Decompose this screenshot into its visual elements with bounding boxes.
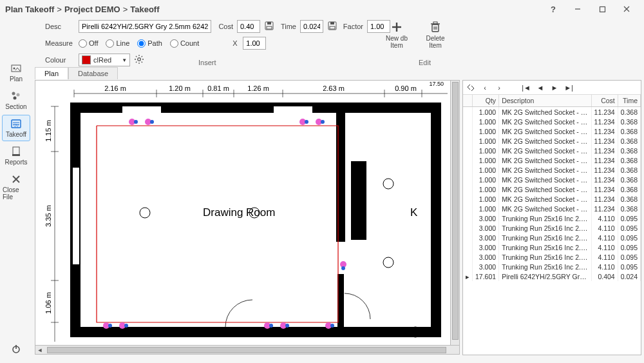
table-row[interactable]: 1.000MK 2G Switched Socket - Surface11.2… (463, 117, 641, 126)
svg-point-60 (134, 120, 138, 124)
colour-select[interactable]: clRed ▼ (79, 54, 130, 66)
time-label: Time (278, 23, 296, 30)
measure-count-radio[interactable]: Count (170, 39, 199, 48)
nav-first-icon[interactable]: |◄ (521, 83, 531, 93)
nav-last-icon[interactable]: ►| (564, 83, 574, 93)
factor-label: Factor (341, 23, 363, 30)
floorplan-canvas[interactable]: 2.16 m 1.20 m 0.81 m 1.26 m 2.63 m 0.90 … (35, 80, 460, 355)
dim-top-1: 1.20 m (169, 84, 191, 92)
svg-point-68 (341, 266, 345, 270)
takeoff-grid[interactable]: Qty Descripton Cost Time 1.000MK 2G Swit… (463, 95, 641, 355)
svg-point-22 (17, 93, 20, 97)
measure-off-radio[interactable]: Off (79, 39, 98, 48)
table-row[interactable]: 1.000MK 2G Switched Socket - Surface11.2… (463, 184, 641, 194)
cost-input[interactable] (237, 20, 260, 33)
table-row[interactable]: 1.000MK 2G Switched Socket - Surface11.2… (463, 126, 641, 136)
table-row[interactable]: 1.000MK 2G Switched Socket - Surface11.2… (463, 175, 641, 184)
close-button[interactable] (614, 0, 639, 18)
save-time-icon[interactable] (327, 21, 337, 32)
table-row[interactable]: 1.000MK 2G Switched Socket - Surface11.2… (463, 146, 641, 155)
table-row[interactable]: 3.000Trunking Run 25x16 Inc 2.5 Cable4.1… (463, 213, 641, 223)
breadcrumb-3: Takeoff (130, 5, 159, 14)
svg-point-57 (383, 257, 393, 268)
table-row[interactable]: 3.000Trunking Run 25x16 Inc 2.5 Cable4.1… (463, 223, 641, 233)
svg-point-72 (124, 324, 128, 328)
svg-point-23 (14, 97, 17, 100)
vertical-scrollbar[interactable] (450, 81, 459, 345)
dim-top-3: 1.26 m (247, 84, 269, 92)
table-row[interactable]: 1.000MK 2G Switched Socket - Surface11.2… (463, 204, 641, 213)
svg-rect-9 (330, 26, 335, 29)
collapse-icon[interactable] (466, 83, 476, 93)
svg-point-56 (383, 179, 393, 189)
svg-rect-51 (122, 106, 161, 113)
col-time[interactable]: Time (618, 95, 640, 107)
nav-next-icon[interactable]: › (494, 83, 504, 93)
grid-nav-row: ‹ › |◄ ◄ ► ►| (463, 81, 641, 95)
measure-path-radio[interactable]: Path (137, 39, 162, 48)
svg-rect-19 (12, 65, 21, 72)
time-input[interactable] (300, 20, 323, 33)
svg-rect-47 (75, 108, 436, 332)
svg-point-62 (150, 120, 154, 124)
table-row[interactable]: 3.000Trunking Run 25x16 Inc 2.5 Cable4.1… (463, 242, 641, 252)
desc-label: Desc (45, 23, 75, 30)
desc-input[interactable] (79, 20, 211, 33)
table-row[interactable]: 1.000MK 2G Switched Socket - Surface11.2… (463, 155, 641, 165)
measure-path-label: Path (147, 39, 162, 47)
sidebar-item-close-file[interactable]: Close File (2, 170, 30, 204)
toolbar-row-1: Desc Cost Time Factor (0, 18, 644, 35)
save-cost-icon[interactable] (264, 21, 274, 32)
svg-point-70 (108, 324, 112, 328)
nav-fwd-icon[interactable]: ► (549, 83, 560, 93)
svg-text:Qty: Qty (14, 123, 19, 127)
sidebar-plan-label: Plan (10, 75, 23, 83)
sidebar-item-takeoff[interactable]: Qty Takeoff (2, 115, 30, 141)
col-qty[interactable]: Qty (473, 95, 499, 107)
breadcrumb-sep: > (57, 5, 62, 14)
col-cost[interactable]: Cost (591, 95, 618, 107)
tab-plan[interactable]: Plan (35, 67, 68, 79)
table-row[interactable]: 1.000MK 2G Switched Socket - Surface11.2… (463, 136, 641, 146)
chevron-down-icon: ▼ (122, 57, 127, 63)
table-row[interactable]: 3.000Trunking Run 25x16 Inc 2.5 Cable4.1… (463, 262, 641, 271)
minimize-button[interactable] (565, 0, 590, 18)
dim-top-2: 0.81 m (207, 84, 229, 92)
toolbar-row-2: Measure Off Line Path Count X (0, 35, 644, 52)
horizontal-scrollbar[interactable]: ◄ (35, 345, 459, 354)
sidebar-item-plan[interactable]: Plan (2, 59, 30, 86)
table-row[interactable]: 1.000MK 2G Switched Socket - Surface11.2… (463, 165, 641, 175)
measure-label: Measure (45, 39, 75, 47)
nav-back-icon[interactable]: ◄ (535, 83, 545, 93)
table-row[interactable]: ▸17.601Pirelli 6242YH/2.5GRY Gry 2.5mm0.… (463, 271, 641, 281)
table-row[interactable]: 1.000MK 2G Switched Socket - Surface11.2… (463, 194, 641, 204)
colour-label: Colour (45, 56, 75, 64)
help-button[interactable]: ? (541, 0, 565, 18)
colour-swatch-icon (82, 55, 91, 64)
x-input[interactable] (243, 37, 266, 50)
power-button[interactable] (2, 340, 30, 358)
table-row[interactable]: 3.000Trunking Run 25x16 Inc 2.5 Cable4.1… (463, 233, 641, 242)
sidebar-item-reports[interactable]: Reports (2, 142, 30, 169)
maximize-button[interactable] (590, 0, 614, 18)
left-sidebar: Plan Section Qty Takeoff Reports Close F… (0, 57, 32, 363)
delete-item-button[interactable]: Delete Item (419, 18, 452, 52)
sidebar-reports-label: Reports (5, 159, 27, 166)
svg-point-10 (138, 58, 141, 61)
dim-top-5: 0.90 m (395, 84, 417, 92)
settings-gear-icon[interactable] (134, 54, 144, 66)
svg-rect-50 (351, 161, 366, 240)
new-db-item-button[interactable]: New db Item (380, 18, 413, 52)
table-row[interactable]: 3.000Trunking Run 25x16 Inc 2.5 Cable4.1… (463, 252, 641, 262)
nav-prev-icon[interactable]: ‹ (480, 83, 490, 93)
measure-line-radio[interactable]: Line (106, 39, 129, 48)
svg-rect-6 (267, 26, 272, 29)
sidebar-item-section[interactable]: Section (2, 87, 30, 113)
tab-database[interactable]: Database (68, 67, 118, 79)
svg-point-76 (285, 324, 289, 328)
table-row[interactable]: 1.000MK 2G Switched Socket - Surface11.2… (463, 107, 641, 117)
insert-group-label: Insert (198, 59, 216, 66)
room-k-label: K (410, 206, 418, 219)
col-desc[interactable]: Descripton (499, 95, 591, 107)
room-label: Drawing Room (203, 206, 275, 219)
